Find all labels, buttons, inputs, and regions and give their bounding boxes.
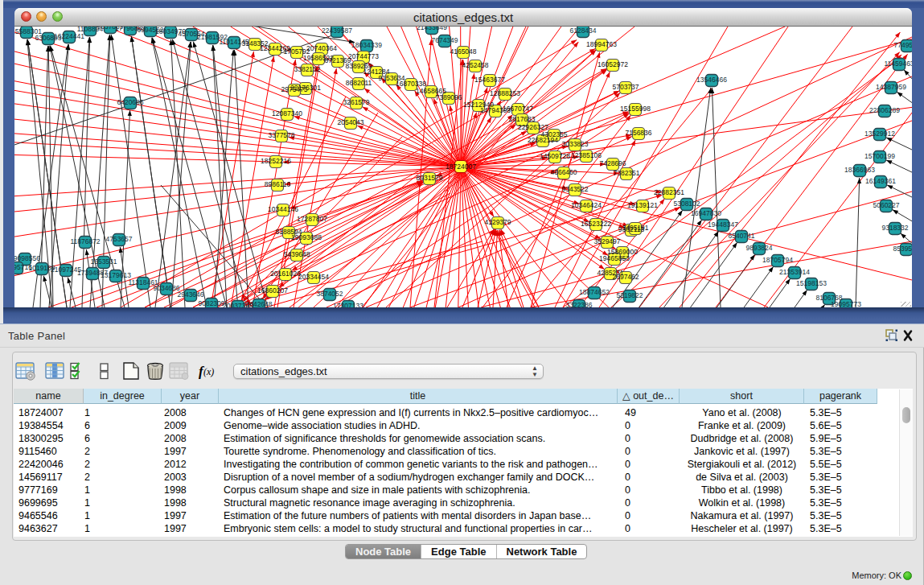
svg-text:12888253: 12888253 [490, 89, 520, 97]
svg-text:3377578: 3377578 [268, 131, 294, 139]
svg-text:14387959: 14387959 [876, 83, 906, 91]
svg-text:16670747: 16670747 [503, 105, 533, 113]
svg-text:10344146: 10344146 [268, 205, 298, 213]
svg-text:4129379: 4129379 [484, 218, 511, 226]
svg-text:7156836: 7156836 [625, 129, 651, 137]
svg-text:19095773: 19095773 [831, 300, 861, 307]
svg-text:20161026: 20161026 [270, 270, 301, 278]
svg-text:22882351: 22882351 [654, 188, 684, 196]
svg-text:8539591: 8539591 [893, 245, 912, 253]
svg-text:2054043: 2054043 [337, 118, 363, 126]
svg-text:1653531: 1653531 [90, 257, 117, 266]
svg-text:22439587: 22439587 [322, 27, 352, 35]
svg-text:21353914: 21353914 [779, 268, 810, 276]
svg-text:4302355: 4302355 [540, 130, 567, 138]
svg-text:8682011: 8682011 [346, 79, 372, 87]
svg-text:7428696: 7428696 [599, 159, 626, 167]
svg-text:16947830: 16947830 [691, 209, 721, 217]
svg-text:5439648: 5439648 [283, 250, 310, 258]
svg-text:19448347: 19448347 [708, 220, 738, 229]
svg-text:15463677: 15463677 [474, 76, 505, 84]
svg-text:19098556: 19098556 [14, 254, 40, 262]
svg-text:18034339: 18034339 [351, 41, 382, 49]
svg-text:18366963: 18366963 [844, 166, 875, 174]
svg-text:3642648: 3642648 [245, 300, 272, 307]
svg-text:7382351: 7382351 [613, 169, 639, 177]
svg-text:18252216: 18252216 [261, 157, 291, 165]
svg-text:16149361: 16149361 [865, 177, 896, 185]
svg-text:12385106: 12385106 [571, 151, 602, 159]
svg-text:8986110: 8986110 [265, 180, 291, 188]
svg-text:7674349: 7674349 [431, 36, 458, 44]
svg-text:6128434: 6128434 [569, 27, 596, 35]
svg-text:9318332: 9318332 [881, 224, 908, 232]
svg-text:13529912: 13529912 [864, 130, 895, 138]
svg-text:15700199: 15700199 [864, 152, 895, 160]
svg-text:(x): (x) [203, 366, 214, 377]
svg-text:6420686: 6420686 [117, 98, 143, 106]
svg-text:16523222: 16523222 [581, 220, 611, 228]
svg-text:19139121: 19139121 [627, 201, 658, 209]
svg-text:8931579: 8931579 [416, 174, 442, 182]
svg-text:12087340: 12087340 [272, 109, 302, 117]
svg-text:15155998: 15155998 [620, 105, 651, 113]
svg-text:14509728: 14509728 [540, 152, 570, 160]
svg-text:19093688: 19093688 [291, 233, 322, 241]
svg-text:7389096: 7389096 [435, 93, 462, 101]
svg-text:20334454: 20334454 [298, 273, 329, 281]
svg-text:5219822: 5219822 [616, 291, 643, 299]
svg-text:7749509: 7749509 [893, 41, 912, 49]
svg-text:20740364: 20740364 [306, 44, 337, 52]
svg-text:18874652: 18874652 [579, 288, 610, 296]
svg-text:16860207: 16860207 [257, 286, 288, 295]
svg-text:15198153: 15198153 [796, 279, 827, 287]
svg-text:19465853: 19465853 [599, 254, 630, 262]
svg-text:13179613: 13179613 [101, 271, 131, 279]
svg-text:5703737: 5703737 [612, 83, 639, 91]
svg-text:17287807: 17287807 [297, 215, 327, 223]
svg-text:17307133: 17307133 [333, 302, 363, 307]
svg-text:2975475: 2975475 [281, 85, 307, 93]
svg-text:20744773: 20744773 [348, 52, 379, 60]
svg-text:4666460: 4666460 [550, 168, 577, 176]
svg-text:9034686: 9034686 [153, 284, 179, 292]
svg-text:1495191: 1495191 [622, 224, 648, 232]
svg-text:4753657: 4753657 [105, 235, 132, 243]
svg-text:2943646: 2943646 [177, 290, 203, 299]
svg-text:3382132: 3382132 [294, 65, 320, 73]
svg-text:18724007: 18724007 [446, 163, 476, 171]
svg-text:3529497: 3529497 [593, 237, 620, 245]
svg-text:4165048: 4165048 [450, 47, 476, 56]
svg-text:4252458: 4252458 [462, 61, 488, 69]
svg-text:6540741: 6540741 [728, 232, 754, 240]
svg-text:3322386: 3322386 [565, 301, 592, 307]
svg-text:5060227: 5060227 [873, 201, 899, 209]
svg-text:21433649: 21433649 [417, 27, 447, 31]
svg-text:3261579: 3261579 [343, 98, 369, 106]
svg-text:9082309: 9082309 [198, 299, 224, 307]
svg-text:5308102: 5308102 [673, 200, 700, 208]
svg-text:18705794: 18705794 [762, 256, 793, 264]
svg-text:2817683: 2817683 [508, 115, 535, 123]
svg-text:2697462: 2697462 [612, 273, 639, 281]
svg-text:10346424: 10346424 [571, 201, 602, 209]
svg-text:22806289: 22806289 [869, 106, 900, 114]
svg-text:16052972: 16052972 [598, 60, 628, 68]
svg-text:11876872: 11876872 [70, 237, 100, 245]
svg-text:11459463: 11459463 [884, 60, 912, 68]
svg-text:3033823: 3033823 [561, 140, 588, 148]
svg-text:18994763: 18994763 [586, 40, 617, 48]
svg-text:3874052: 3874052 [316, 290, 343, 298]
svg-text:9343522: 9343522 [561, 185, 588, 193]
svg-text:16224441: 16224441 [54, 32, 84, 40]
svg-text:9893824: 9893824 [745, 244, 772, 252]
svg-text:13546466: 13546466 [696, 76, 727, 84]
